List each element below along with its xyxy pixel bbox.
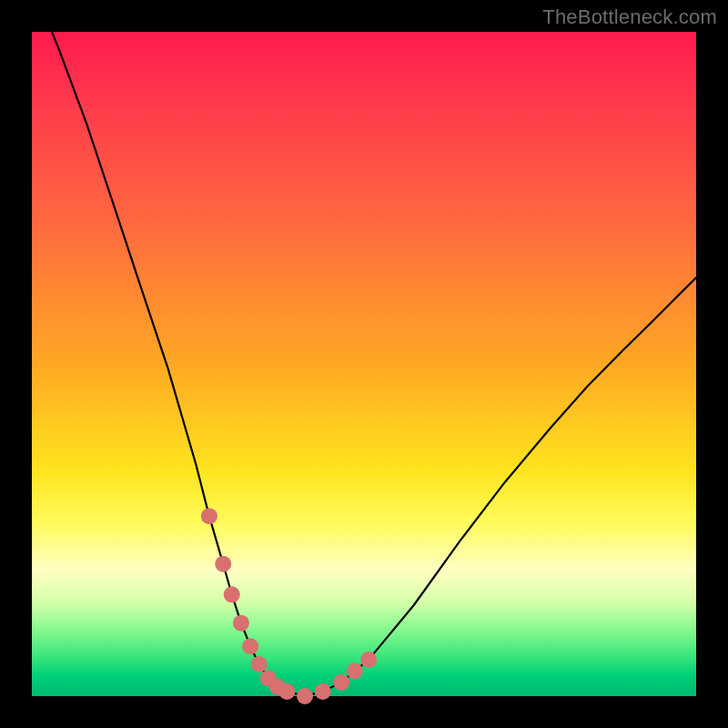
curve-markers	[201, 508, 377, 704]
curve-marker	[224, 586, 240, 602]
curve-marker	[360, 652, 377, 668]
curve-marker	[215, 556, 231, 572]
bottleneck-curve	[32, 0, 696, 696]
plot-area	[32, 32, 696, 696]
watermark-text: TheBottleneck.com	[542, 5, 717, 29]
curve-marker	[251, 656, 268, 672]
chart-svg	[32, 32, 696, 696]
curve-marker	[315, 683, 331, 700]
curve-marker	[333, 674, 349, 691]
chart-frame: TheBottleneck.com	[0, 0, 728, 728]
curve-marker	[201, 508, 217, 524]
curve-marker	[278, 683, 295, 700]
curve-marker	[233, 615, 249, 632]
curve-marker	[347, 662, 363, 679]
curve-marker	[297, 688, 313, 704]
curve-marker	[242, 638, 258, 654]
